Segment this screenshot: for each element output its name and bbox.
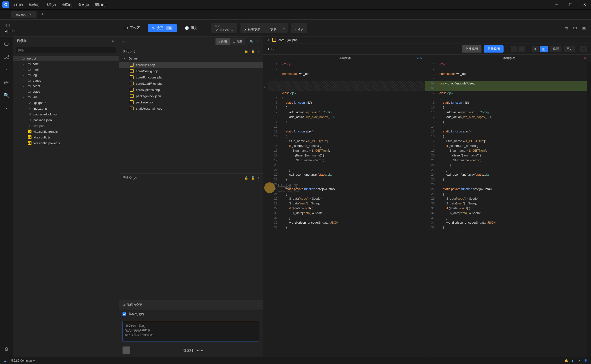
tree-folder[interactable]: ›🗀html — [13, 67, 119, 72]
minimize-icon[interactable]: ─ — [553, 1, 560, 8]
open-folder-icon[interactable]: 🗁 — [4, 80, 9, 85]
check-update-dropdown[interactable]: -- ⟳ 检查更新 -- ↓ 更新 ⌄ — [241, 23, 288, 33]
sync-icon[interactable]: ⟳ — [578, 359, 580, 362]
lock-icon[interactable]: 🔒 — [244, 49, 248, 53]
theme-toggle-icon[interactable]: ◐ — [572, 359, 574, 362]
tree-folder[interactable]: ›🗀pages — [13, 78, 119, 83]
file-history-button[interactable]: 历史 — [564, 46, 575, 52]
notifications-icon[interactable]: 🔔 — [564, 359, 568, 362]
tree-folder[interactable]: ›🗀vue — [13, 94, 119, 100]
menu-edit[interactable]: 编辑(E) — [29, 3, 39, 7]
history-button[interactable]: 🕓 历史 — [181, 24, 202, 32]
change-item[interactable]: core\LoadFiles.php — [119, 80, 263, 87]
tree-folder[interactable]: ›🗀core — [13, 61, 119, 67]
cloud-icon[interactable]: ☁ — [4, 359, 7, 362]
diff-view-tab[interactable]: 差异视图 — [484, 45, 504, 52]
commit-message-input[interactable]: 提交信息 (必填)输入'--'关联TAPD单输入'#'关联工蜂issues — [122, 321, 259, 341]
new-tab-icon[interactable]: + — [41, 12, 44, 17]
line-number: 26 — [268, 191, 281, 196]
blame-button[interactable]: 追溯 — [551, 46, 561, 52]
repo-selector[interactable]: 仓库 wp-opt ⌄ — [5, 23, 120, 33]
close-icon[interactable]: ✕ — [581, 1, 589, 8]
stash-section[interactable]: 🗂 储藏的变更 › — [119, 300, 263, 310]
tree-search-input[interactable] — [16, 47, 116, 53]
tree-file[interactable]: ≡test.php — [13, 123, 119, 129]
tag-icon[interactable]: ⬨ — [5, 67, 8, 72]
list-view-button[interactable]: ≡ 列表 — [215, 38, 230, 45]
tab-bar: ▭ wp-opt ✕ + — [0, 10, 591, 20]
tree-view-button[interactable]: ⊞ 树形 — [230, 38, 245, 45]
chevron-down-icon[interactable]: ⌄ — [280, 23, 288, 33]
filter-search-icon[interactable]: 🔍 — [250, 40, 254, 43]
expand-icon[interactable]: » — [263, 85, 265, 89]
tab-close-icon[interactable]: ✕ — [29, 13, 32, 16]
list-layout-icon[interactable]: ≡ — [532, 46, 539, 52]
tree-file[interactable]: JSvite.config.power.js — [13, 140, 119, 146]
commit-dropdown-icon[interactable]: ⌄ — [257, 349, 259, 352]
change-item[interactable]: package.json — [119, 99, 263, 105]
encoding-selector[interactable]: UTF-8 ⌄ — [267, 47, 279, 51]
folder-icon[interactable]: 🗀 — [573, 26, 577, 31]
sort-icon[interactable]: ≡↓ — [122, 40, 126, 43]
menu-help[interactable]: 帮助(H) — [95, 3, 106, 7]
tree-file[interactable]: ≡index.php — [13, 106, 119, 111]
scm-icon[interactable]: ⎇ — [4, 54, 9, 60]
tab-repo[interactable]: wp-opt ✕ — [11, 11, 37, 18]
tree-root[interactable]: ⌄ 🗀 wp-opt — [13, 56, 119, 61]
diff-menu-icon[interactable]: ☰ — [580, 46, 587, 52]
maximize-icon[interactable]: ☐ — [566, 1, 575, 8]
user-icon[interactable]: 👤 — [584, 359, 587, 362]
collapse-icon[interactable]: ⇤ — [112, 39, 115, 43]
commit-button[interactable]: 提交到 master — [134, 346, 253, 354]
eye-icon[interactable]: 👁 — [267, 38, 270, 42]
tree-file[interactable]: ⊘.gitignore — [13, 100, 119, 106]
tree-folder[interactable]: ›🗀static — [13, 89, 119, 94]
more-icon[interactable]: ⋯ — [4, 105, 9, 111]
changes-button[interactable]: ✎ 变更 26 — [148, 24, 177, 32]
search-icon[interactable]: 🔍 — [4, 92, 10, 98]
avatar[interactable] — [122, 346, 130, 354]
unlock-icon[interactable]: 🔓 — [251, 176, 255, 180]
change-item[interactable]: package-lock.json — [119, 93, 263, 99]
push-remote-checkbox[interactable] — [122, 312, 126, 316]
more-icon[interactable]: ⋮ — [256, 40, 259, 43]
change-item[interactable]: static\css\main.css — [119, 105, 263, 111]
unstage-icon[interactable]: ↑ — [258, 176, 259, 180]
lock-icon[interactable]: 🔒 — [244, 176, 248, 180]
tree-file[interactable]: ⛓package.json — [13, 117, 119, 123]
tree-folder[interactable]: ›🗀script — [13, 83, 119, 89]
tree-file[interactable]: JSvite.config.front.js — [13, 129, 119, 134]
explorer-icon[interactable]: 🖵 — [4, 41, 9, 47]
change-item[interactable]: core\Options.php — [119, 87, 263, 93]
tree-file[interactable]: ⛓package-lock.json — [13, 111, 119, 117]
menu-file[interactable]: 文件(F) — [13, 3, 23, 7]
diff-right[interactable]: 1<?php23namespace wp_opt;45+use wp_opt\m… — [425, 62, 587, 357]
change-item[interactable]: core\Config.php — [119, 68, 263, 74]
push-section: 推送到远程 — [119, 310, 263, 319]
gear-icon[interactable]: ⚙ — [4, 346, 9, 352]
change-item[interactable]: core\Functions.php — [119, 74, 263, 80]
tree-folder[interactable]: ›🗀log — [13, 72, 119, 78]
prev-diff-icon[interactable]: ↑ — [511, 46, 517, 52]
workspace-button[interactable]: 🖵 工作区 — [120, 24, 144, 32]
folder-icon: 🗀 — [28, 90, 31, 93]
branch-dropdown[interactable]: 分支 ⎇ master ⌄ — [211, 23, 237, 33]
terminal-icon[interactable]: ▣ — [582, 26, 586, 31]
stage-all-icon[interactable]: ↓ — [258, 49, 259, 53]
menu-branch[interactable]: 分支(B) — [78, 3, 89, 7]
push-dropdown[interactable]: -- ↑ 推送 — [291, 23, 307, 33]
pull-request-icon[interactable]: ↹ — [564, 26, 568, 31]
menu-repo[interactable]: 仓库(R) — [62, 3, 72, 7]
diff-left[interactable]: » 1<?php23namespace wp_opt;45class Ajax6… — [263, 62, 425, 357]
menu-view[interactable]: 视图(V) — [45, 3, 56, 7]
file-view-tab[interactable]: 文件视图 — [462, 45, 481, 52]
home-icon[interactable]: ▭ — [4, 13, 7, 16]
unlock-icon[interactable]: 🔓 — [251, 49, 255, 53]
minimap[interactable] — [587, 62, 591, 357]
split-layout-icon[interactable]: ▯▯ — [540, 46, 548, 52]
changes-group[interactable]: ▾ Default — [119, 55, 263, 62]
next-diff-icon[interactable]: ↓ — [518, 46, 525, 52]
change-item[interactable]: core\Ajax.php — [119, 62, 263, 68]
toolbar: 仓库 wp-opt ⌄ 🖵 工作区 ✎ 变更 26 🕓 历史 分支 ⎇ mast… — [0, 20, 591, 36]
tree-file[interactable]: JSvite.config.js — [13, 134, 119, 140]
